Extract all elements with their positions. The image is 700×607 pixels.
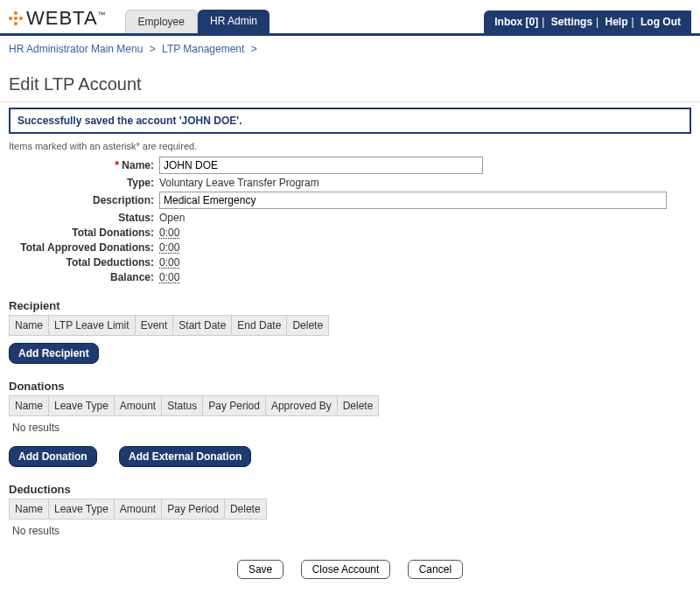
col-end-date: End Date: [232, 316, 287, 336]
title-rule: [0, 101, 700, 102]
donations-table: Name Leave Type Amount Status Pay Period…: [9, 395, 379, 416]
breadcrumb-main-menu[interactable]: HR Administrator Main Menu: [9, 43, 143, 55]
col-amount: Amount: [114, 499, 161, 520]
table-header-row: Name Leave Type Amount Pay Period Delete: [10, 499, 267, 520]
table-header-row: Name LTP Leave Limit Event Start Date En…: [10, 316, 329, 336]
app-header: WEBTA™ Employee HR Admin Inbox [0]| Sett…: [0, 0, 700, 36]
name-label: * Name:: [9, 159, 159, 171]
donations-heading: Donations: [9, 380, 691, 393]
col-name: Name: [10, 316, 49, 336]
add-recipient-button[interactable]: Add Recipient: [9, 343, 99, 364]
app-logo: WEBTA™: [9, 7, 107, 30]
total-approved-value: 0:00: [159, 241, 179, 254]
description-label: Description:: [9, 194, 159, 206]
required-note: Items marked with an asterisk* are requi…: [9, 141, 691, 151]
col-status: Status: [162, 396, 203, 416]
breadcrumb-sep: >: [150, 43, 156, 55]
balance-label: Balance:: [9, 271, 159, 283]
logout-link[interactable]: Log Out: [640, 16, 681, 28]
col-start-date: Start Date: [173, 316, 232, 336]
add-donation-button[interactable]: Add Donation: [9, 446, 97, 467]
status-value: Open: [159, 212, 185, 224]
col-pay-period: Pay Period: [203, 396, 266, 416]
col-leave-type: Leave Type: [49, 396, 115, 416]
deductions-table: Name Leave Type Amount Pay Period Delete: [9, 499, 267, 520]
deductions-heading: Deductions: [9, 483, 691, 496]
recipient-heading: Recipient: [9, 299, 691, 312]
role-tabs: Employee HR Admin: [125, 10, 270, 33]
top-links: Inbox [0]| Settings| Help| Log Out: [484, 10, 691, 33]
close-account-button[interactable]: Close Account: [301, 560, 391, 579]
donations-no-results: No results: [12, 422, 691, 434]
settings-link[interactable]: Settings: [551, 16, 592, 28]
breadcrumb-ltp-management[interactable]: LTP Management: [162, 43, 244, 55]
recipient-table: Name LTP Leave Limit Event Start Date En…: [9, 315, 329, 336]
col-delete: Delete: [337, 396, 379, 416]
breadcrumb-sep: >: [251, 43, 257, 55]
total-deductions-label: Total Deductions:: [9, 256, 159, 269]
help-link[interactable]: Help: [606, 16, 628, 28]
status-label: Status:: [9, 212, 159, 224]
breadcrumb: HR Administrator Main Menu > LTP Managem…: [0, 36, 700, 62]
col-amount: Amount: [114, 396, 161, 416]
tab-hr-admin[interactable]: HR Admin: [198, 10, 270, 33]
col-delete: Delete: [287, 316, 329, 336]
logo-icon: [9, 11, 23, 25]
page-title: Edit LTP Account: [0, 62, 700, 101]
type-value: Voluntary Leave Transfer Program: [159, 177, 319, 189]
total-deductions-value: 0:00: [159, 256, 179, 269]
col-ltp-leave-limit: LTP Leave Limit: [49, 316, 136, 336]
col-event: Event: [135, 316, 173, 336]
logo-text: WEBTA™: [26, 7, 107, 30]
add-external-donation-button[interactable]: Add External Donation: [119, 446, 251, 467]
balance-value: 0:00: [159, 271, 179, 283]
form-section: * Name: Type: Voluntary Leave Transfer P…: [9, 157, 691, 283]
description-input[interactable]: [159, 192, 667, 209]
type-label: Type:: [9, 177, 159, 189]
cancel-button[interactable]: Cancel: [408, 560, 463, 579]
col-approved-by: Approved By: [265, 396, 337, 416]
footer-buttons: Save Close Account Cancel: [9, 560, 691, 579]
total-approved-label: Total Approved Donations:: [9, 241, 159, 254]
inbox-link[interactable]: Inbox [0]: [494, 16, 538, 28]
col-pay-period: Pay Period: [162, 499, 225, 520]
save-button[interactable]: Save: [237, 560, 284, 579]
success-notice: Successfully saved the account 'JOHN DOE…: [9, 108, 691, 134]
deductions-no-results: No results: [12, 525, 691, 537]
col-delete: Delete: [224, 499, 266, 520]
col-name: Name: [10, 499, 49, 520]
table-header-row: Name Leave Type Amount Status Pay Period…: [10, 396, 379, 416]
total-donations-label: Total Donations:: [9, 227, 159, 239]
col-leave-type: Leave Type: [49, 499, 115, 520]
col-name: Name: [10, 396, 49, 416]
tab-employee[interactable]: Employee: [125, 10, 198, 33]
total-donations-value: 0:00: [159, 227, 179, 239]
name-input[interactable]: [159, 157, 483, 174]
